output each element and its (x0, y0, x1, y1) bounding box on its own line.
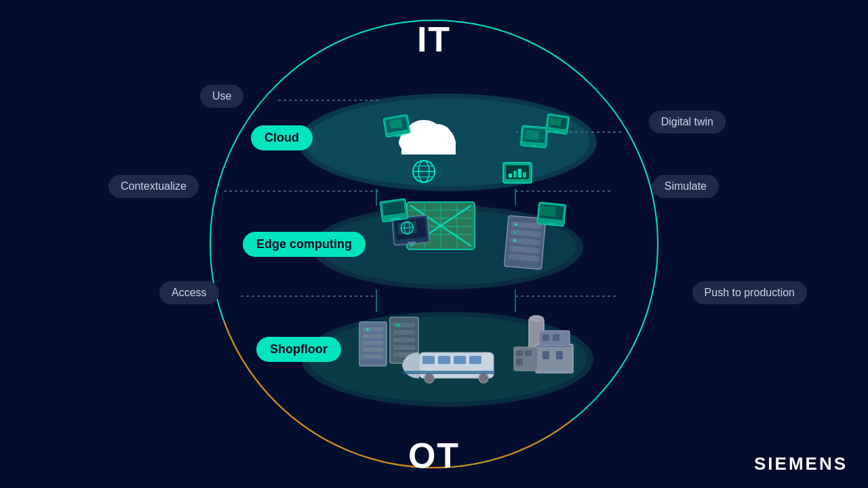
svg-rect-76 (380, 199, 408, 222)
svg-point-34 (413, 161, 435, 182)
svg-rect-69 (511, 229, 542, 237)
svg-rect-45 (515, 182, 519, 184)
svg-rect-68 (511, 221, 542, 229)
svg-point-6 (302, 312, 593, 407)
svg-point-7 (309, 317, 587, 402)
svg-rect-62 (397, 221, 417, 235)
svg-point-106 (529, 315, 544, 322)
svg-rect-39 (503, 163, 532, 183)
svg-rect-88 (363, 354, 383, 359)
simulate-label: Simulate (652, 175, 719, 198)
svg-line-65 (401, 227, 413, 228)
svg-rect-85 (363, 334, 383, 338)
svg-rect-104 (403, 371, 494, 374)
svg-point-96 (397, 324, 400, 327)
svg-point-103 (479, 373, 488, 383)
svg-rect-70 (509, 237, 540, 245)
svg-rect-117 (525, 350, 532, 356)
shopfloor-layer-pill: Shopfloor (256, 337, 341, 362)
svg-point-102 (425, 373, 434, 383)
svg-rect-105 (529, 319, 544, 356)
svg-point-21 (407, 120, 441, 144)
svg-rect-87 (363, 348, 383, 352)
access-label: Access (159, 281, 219, 304)
svg-rect-101 (469, 356, 481, 364)
svg-rect-107 (532, 356, 540, 361)
svg-rect-30 (523, 127, 546, 144)
svg-line-32 (521, 142, 547, 144)
svg-rect-90 (390, 317, 418, 363)
svg-rect-93 (393, 338, 415, 342)
svg-rect-44 (523, 172, 526, 178)
it-label: IT (417, 19, 451, 60)
edge-layer-pill: Edge computing (243, 232, 366, 257)
svg-rect-91 (393, 323, 415, 327)
svg-point-63 (401, 221, 414, 235)
svg-point-19 (399, 131, 429, 153)
svg-rect-81 (540, 205, 556, 216)
svg-rect-118 (516, 359, 523, 365)
ot-label: OT (408, 435, 460, 476)
svg-rect-29 (520, 125, 547, 148)
svg-rect-111 (553, 334, 559, 341)
svg-rect-27 (395, 134, 401, 137)
svg-rect-26 (389, 119, 403, 129)
svg-rect-94 (393, 345, 415, 350)
svg-rect-40 (506, 165, 529, 179)
svg-rect-110 (542, 334, 549, 341)
svg-rect-33 (530, 145, 536, 148)
svg-rect-43 (518, 169, 521, 178)
svg-line-58 (410, 205, 471, 246)
svg-rect-66 (408, 241, 416, 244)
svg-rect-109 (539, 331, 570, 346)
svg-rect-77 (382, 201, 405, 216)
svg-rect-31 (525, 130, 539, 141)
svg-rect-23 (401, 142, 456, 155)
svg-rect-95 (393, 352, 415, 357)
svg-rect-99 (438, 356, 450, 364)
svg-rect-97 (419, 352, 494, 378)
svg-point-73 (515, 223, 517, 226)
svg-rect-46 (545, 114, 569, 134)
svg-rect-50 (407, 202, 475, 249)
svg-rect-25 (385, 117, 408, 133)
digital-twin-label: Digital twin (649, 110, 726, 134)
svg-rect-92 (393, 330, 415, 335)
svg-rect-41 (509, 174, 512, 178)
svg-rect-116 (516, 350, 523, 356)
svg-rect-42 (513, 171, 517, 178)
svg-point-35 (418, 161, 429, 182)
cloud-layer-pill: Cloud (251, 125, 313, 150)
svg-rect-80 (540, 204, 564, 220)
svg-rect-115 (514, 347, 538, 371)
svg-rect-112 (542, 351, 549, 359)
svg-line-59 (410, 205, 471, 246)
svg-rect-100 (454, 356, 466, 364)
svg-rect-82 (547, 222, 554, 225)
contextualize-label: Contextualize (108, 175, 199, 198)
svg-point-22 (424, 124, 451, 144)
siemens-logo: SIEMENS (754, 453, 848, 474)
svg-rect-67 (504, 216, 545, 270)
svg-rect-108 (536, 344, 573, 373)
svg-rect-24 (383, 115, 410, 138)
svg-rect-71 (509, 245, 540, 253)
svg-point-3 (305, 98, 590, 186)
svg-rect-79 (537, 202, 566, 226)
svg-rect-78 (391, 217, 400, 221)
svg-point-2 (298, 94, 597, 191)
svg-line-28 (386, 129, 410, 134)
svg-rect-61 (395, 218, 426, 240)
diagram-container: IT OT SIEMENS Cloud Edge computing Shopf… (0, 0, 868, 488)
svg-rect-98 (422, 356, 435, 364)
svg-point-89 (366, 328, 369, 331)
svg-rect-47 (548, 116, 567, 129)
use-label: Use (200, 85, 243, 108)
svg-point-64 (404, 222, 411, 235)
push-to-production-label: Push to production (692, 281, 807, 304)
svg-rect-49 (553, 130, 559, 133)
svg-rect-86 (363, 341, 383, 345)
svg-rect-113 (556, 351, 563, 359)
svg-point-18 (400, 124, 454, 154)
svg-point-74 (514, 231, 517, 234)
